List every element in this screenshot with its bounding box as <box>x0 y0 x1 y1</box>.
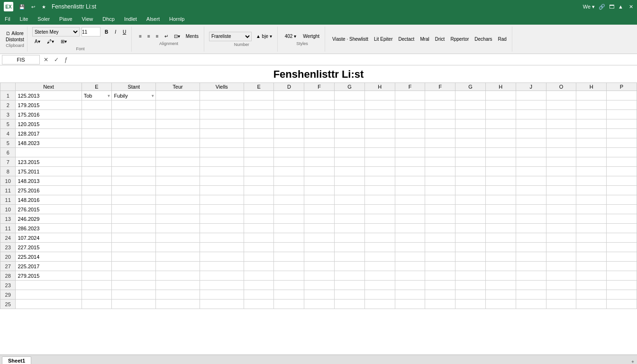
weight-btn[interactable]: Wertght <box>300 32 322 40</box>
cell-extra[interactable] <box>364 300 395 309</box>
cell-extra[interactable] <box>274 252 304 262</box>
alert-btn[interactable]: ▲ bje ▾ <box>254 32 274 40</box>
cell-extra[interactable] <box>244 233 274 243</box>
cell-viells[interactable] <box>200 195 244 205</box>
cell-extra[interactable] <box>244 157 274 167</box>
cell-extra[interactable] <box>607 138 637 148</box>
cell-extra[interactable] <box>607 186 637 195</box>
cell-e[interactable] <box>82 214 112 224</box>
tab-view[interactable]: View <box>77 13 98 25</box>
cell-extra[interactable] <box>244 129 274 138</box>
cell-extra[interactable] <box>364 243 395 252</box>
cell-extra[interactable] <box>576 100 607 110</box>
cell-extra[interactable] <box>425 243 455 252</box>
tab-piave[interactable]: Piave <box>55 13 77 25</box>
cell-extra[interactable] <box>364 214 395 224</box>
col-header-f3[interactable]: F <box>425 83 455 91</box>
font-color-btn[interactable]: A▾ <box>32 37 43 46</box>
cell-extra[interactable] <box>546 243 576 252</box>
cell-extra[interactable] <box>425 214 455 224</box>
cell-extra[interactable] <box>304 157 335 167</box>
cell-e[interactable] <box>82 119 112 129</box>
cell-extra[interactable] <box>546 300 576 309</box>
merge-btn[interactable]: ⊡▾ <box>172 32 182 40</box>
cell-extra[interactable] <box>364 205 395 214</box>
cell-extra[interactable] <box>395 224 425 233</box>
cell-e[interactable] <box>82 176 112 186</box>
cell-extra[interactable] <box>516 167 546 176</box>
col-header-o[interactable]: O <box>546 83 576 91</box>
cell-extra[interactable] <box>244 186 274 195</box>
cell-extra[interactable] <box>304 129 335 138</box>
cell-next[interactable]: 179.2015 <box>16 100 82 110</box>
cell-extra[interactable] <box>244 176 274 186</box>
cell-extra[interactable] <box>607 252 637 262</box>
cell-e[interactable] <box>82 138 112 148</box>
cell-e[interactable] <box>82 195 112 205</box>
cell-extra[interactable] <box>274 110 304 119</box>
cell-extra[interactable] <box>546 119 576 129</box>
font-size-input[interactable] <box>82 27 100 36</box>
cell-extra[interactable] <box>274 157 304 167</box>
cell-viells[interactable] <box>200 290 244 300</box>
cell-extra[interactable] <box>364 262 395 271</box>
cell-extra[interactable] <box>607 300 637 309</box>
cell-extra[interactable] <box>455 290 486 300</box>
cell-extra[interactable] <box>607 119 637 129</box>
cell-extra[interactable] <box>485 186 516 195</box>
col-header-teur[interactable]: Teur <box>156 83 200 91</box>
cell-viells[interactable] <box>200 271 244 281</box>
cell-viells[interactable] <box>200 119 244 129</box>
cell-e[interactable] <box>82 300 112 309</box>
cell-e[interactable] <box>82 243 112 252</box>
cell-extra[interactable] <box>425 110 455 119</box>
cell-extra[interactable] <box>516 91 546 100</box>
cell-extra[interactable] <box>274 205 304 214</box>
cell-stant[interactable] <box>112 157 156 167</box>
cell-extra[interactable] <box>455 176 486 186</box>
cell-e[interactable] <box>82 167 112 176</box>
cell-extra[interactable] <box>546 262 576 271</box>
cell-extra[interactable] <box>304 91 335 100</box>
cell-extra[interactable] <box>485 148 516 157</box>
cell-viells[interactable] <box>200 148 244 157</box>
cell-stant[interactable] <box>112 138 156 148</box>
cell-extra[interactable] <box>304 100 335 110</box>
cell-extra[interactable] <box>485 233 516 243</box>
cell-extra[interactable] <box>335 281 365 290</box>
cell-extra[interactable] <box>425 129 455 138</box>
cell-extra[interactable] <box>425 195 455 205</box>
cell-teur[interactable] <box>156 129 200 138</box>
cell-extra[interactable] <box>395 119 425 129</box>
cell-extra[interactable] <box>485 252 516 262</box>
cell-teur[interactable] <box>156 252 200 262</box>
undo-btn[interactable]: ↩ <box>29 3 37 10</box>
cell-stant[interactable] <box>112 300 156 309</box>
cell-viells[interactable] <box>200 281 244 290</box>
cell-extra[interactable] <box>274 224 304 233</box>
cell-extra[interactable] <box>304 148 335 157</box>
cell-extra[interactable] <box>516 300 546 309</box>
cell-extra[interactable] <box>516 186 546 195</box>
cell-extra[interactable] <box>516 119 546 129</box>
cell-extra[interactable] <box>274 138 304 148</box>
cell-extra[interactable] <box>455 205 486 214</box>
cell-extra[interactable] <box>244 195 274 205</box>
cell-extra[interactable] <box>455 110 486 119</box>
cell-extra[interactable] <box>304 186 335 195</box>
cell-e[interactable] <box>82 205 112 214</box>
cell-next[interactable]: 148.2023 <box>16 138 82 148</box>
close-icon[interactable]: ✕ <box>629 4 633 10</box>
cell-extra[interactable] <box>546 290 576 300</box>
cell-extra[interactable] <box>364 195 395 205</box>
cell-viells[interactable] <box>200 252 244 262</box>
cell-extra[interactable] <box>485 271 516 281</box>
cell-extra[interactable] <box>244 300 274 309</box>
cell-e[interactable] <box>82 290 112 300</box>
cell-teur[interactable] <box>156 271 200 281</box>
cell-extra[interactable] <box>274 290 304 300</box>
cell-next[interactable]: 128.2017 <box>16 129 82 138</box>
cell-extra[interactable] <box>364 233 395 243</box>
cell-extra[interactable] <box>576 243 607 252</box>
cell-extra[interactable] <box>607 224 637 233</box>
